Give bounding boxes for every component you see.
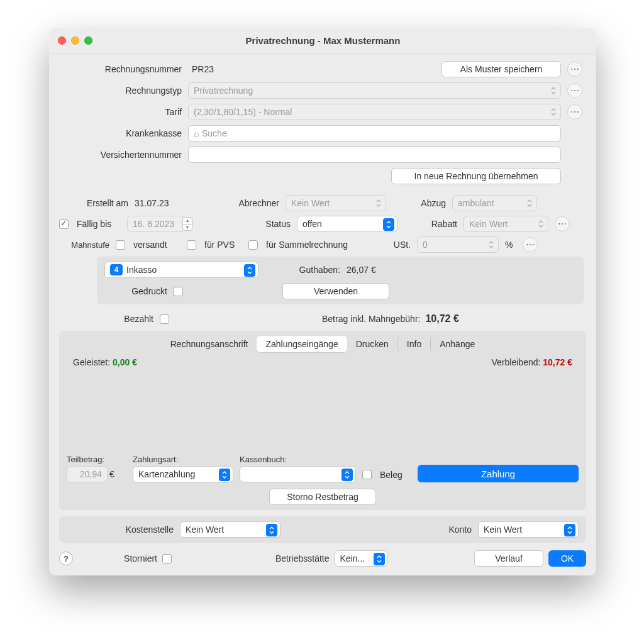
storno-restbetrag-button[interactable]: Storno Restbetrag [269,489,376,505]
verbleibend-value: 10,72 € [543,357,572,367]
neue-rechnung-button[interactable]: In neue Rechnung übernehmen [391,168,561,184]
window-title: Privatrechnung - Max Mustermann [92,35,553,46]
bezahlt-label: Bezahlt [59,314,153,324]
versichertennr-input[interactable] [188,147,561,163]
rechnungstyp-select[interactable]: Privatrechnung [188,82,561,99]
verlauf-button[interactable]: Verlauf [474,550,543,567]
tab-info[interactable]: Info [397,336,430,352]
konto-label: Konto [428,525,472,535]
tabbar: Rechnungsanschrift Zahlungseingänge Druc… [67,336,579,352]
gedruckt-label: Gedruckt [104,286,167,296]
beleg-checkbox[interactable] [362,470,372,479]
betrag-label: Betrag inkl. Mahngebühr: [322,314,420,324]
rabatt-label: Rabatt [404,219,457,229]
fallig-label: Fällig bis [77,219,121,229]
betriebsst-select[interactable]: Kein... [335,550,388,567]
status-label: Status [223,219,291,229]
storniert-checkbox[interactable] [162,554,172,564]
abzug-label: Abzug [392,198,446,208]
versandt-label: versandt [133,240,180,250]
traffic-lights [58,36,92,45]
gedruckt-checkbox[interactable] [174,287,183,296]
tarif-label: Tarif [59,107,182,117]
fallig-checkbox[interactable] [59,219,69,229]
krankenkasse-label: Krankenkasse [59,128,182,138]
rechnungstyp-label: Rechnungstyp [59,86,182,96]
guthaben-value: 26,07 € [347,265,453,275]
minimize-icon[interactable] [71,36,79,45]
rechnungsnummer-label: Rechnungsnummer [59,64,182,74]
more-icon[interactable]: ⋯ [567,62,582,77]
fallig-date[interactable]: 16. 8.2023 [127,216,185,232]
window: Privatrechnung - Max Mustermann Rechnung… [49,28,596,575]
zoom-icon[interactable] [84,36,92,45]
betrag-value: 10,72 € [425,313,458,325]
more-icon[interactable]: ⋯ [555,216,570,231]
mahnstufe-label: Mahnstufe [59,240,109,250]
teilbetrag-cur: € [109,469,114,479]
kassenbuch-label: Kassenbuch: [240,455,356,464]
abzug-select[interactable]: ambulant [452,195,537,211]
beleg-label: Beleg [380,470,411,480]
guthaben-label: Guthaben: [265,265,340,275]
status-select[interactable]: offen [297,216,397,232]
titlebar: Privatrechnung - Max Mustermann [49,28,596,53]
abrechner-label: Abrechner [210,198,279,208]
storniert-label: Storniert [82,553,157,564]
erstellt-label: Erstellt am [59,198,128,208]
pvs-label: für PVS [204,240,242,250]
versichertennr-label: Versichertennummer [59,150,182,160]
pvs-checkbox[interactable] [187,240,196,250]
kostenstelle-label: Kostenstelle [67,525,174,535]
geleistet-label: Geleistet: [73,357,110,367]
content: Rechnungsnummer PR23 Als Muster speicher… [49,53,596,575]
rabatt-select[interactable]: Kein Wert [464,216,548,232]
betriebsst-label: Betriebsstätte [260,553,330,564]
krankenkasse-input[interactable]: Suche [188,125,561,142]
verwenden-button[interactable]: Verwenden [282,283,389,299]
als-muster-button[interactable]: Als Muster speichern [441,61,561,77]
more-icon[interactable]: ⋯ [523,237,538,252]
more-icon[interactable]: ⋯ [567,83,582,98]
tab-rechnungsanschrift[interactable]: Rechnungsanschrift [162,336,257,352]
zahlungsart-label: Zahlungsart: [133,455,233,464]
date-stepper[interactable]: ▴▾ [182,217,192,231]
inkasso-select[interactable]: 4 Inkasso [104,262,258,278]
inkasso-badge: 4 [110,264,123,275]
versandt-checkbox[interactable] [116,240,125,250]
zahlung-button[interactable]: Zahlung [418,465,579,482]
kostenstelle-select[interactable]: Kein Wert [180,521,280,538]
sammelrechnung-checkbox[interactable] [248,240,258,250]
erstellt-value: 31.07.23 [135,198,204,208]
tarif-select[interactable]: (2,30/1,80/1,15) - Normal [188,104,561,120]
tab-zahlungseingaenge[interactable]: Zahlungseingänge [257,336,347,352]
teilbetrag-input[interactable]: 20,94 [67,466,108,482]
teilbetrag-label: Teilbetrag: [67,455,126,464]
close-icon[interactable] [58,36,66,45]
help-button[interactable]: ? [59,552,73,565]
bezahlt-checkbox[interactable] [160,314,169,324]
tab-drucken[interactable]: Drucken [347,336,397,352]
geleistet-value: 0,00 € [113,357,137,367]
verbleibend-label: Verbleibend: [492,357,541,367]
more-icon[interactable]: ⋯ [567,104,582,119]
ust-label: USt. [373,240,411,250]
kassenbuch-select[interactable] [240,466,356,482]
ust-select[interactable]: 0 [417,236,499,253]
tab-anhaenge[interactable]: Anhänge [430,336,484,352]
zahlungsart-select[interactable]: Kartenzahlung [133,466,233,482]
abrechner-select[interactable]: Kein Wert [286,195,386,211]
ok-button[interactable]: OK [548,550,586,567]
sammelrechnung-label: für Sammelrechnung [266,240,367,250]
ust-pct: % [505,240,516,250]
rechnungsnummer-value: PR23 [188,64,214,74]
konto-select[interactable]: Kein Wert [478,521,579,538]
